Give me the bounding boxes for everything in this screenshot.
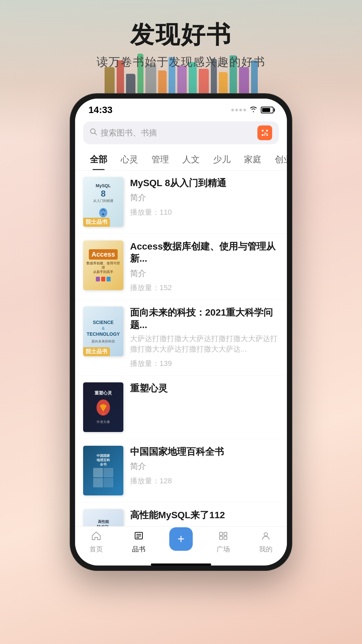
home-indicator bbox=[151, 564, 211, 566]
book-title: 中国国家地理百科全书 bbox=[130, 446, 279, 458]
plaza-icon bbox=[218, 531, 228, 543]
book-cover-access: Access 数据库创建、使用与管理从新手到高手 bbox=[83, 240, 123, 290]
nav-item-books[interactable]: 品书 bbox=[117, 531, 160, 554]
nav-label-books: 品书 bbox=[132, 545, 145, 554]
book-info: 中国国家地理百科全书 简介 播放量：128 bbox=[130, 446, 279, 486]
scan-button[interactable] bbox=[257, 125, 272, 140]
wifi-icon bbox=[249, 106, 257, 114]
book-desc: 简介 bbox=[130, 192, 279, 203]
nav-item-home[interactable]: 首页 bbox=[75, 531, 117, 554]
list-item[interactable]: MySQL 8 从入门到精通 院士品书 MySQL 8从入门到精通 简介 bbox=[75, 170, 287, 234]
svg-point-14 bbox=[102, 412, 105, 415]
nav-item-mine[interactable]: 我的 bbox=[245, 531, 287, 554]
nav-item-add[interactable]: + bbox=[160, 527, 202, 554]
book-plays: 播放量：139 bbox=[130, 359, 279, 369]
svg-rect-21 bbox=[220, 532, 223, 535]
nav-label-mine: 我的 bbox=[259, 545, 273, 554]
tab-mind[interactable]: 心灵 bbox=[114, 150, 145, 170]
nav-item-plaza[interactable]: 广场 bbox=[202, 531, 244, 554]
book-plays: 播放量：128 bbox=[130, 476, 279, 486]
bottom-nav: 首页 品书 + bbox=[75, 526, 287, 561]
book-info: 面向未来的科技：2021重大科学问题... 大萨达打撒打撒大大萨达打撒打撒大大萨… bbox=[130, 307, 279, 368]
svg-rect-2 bbox=[262, 130, 263, 131]
badge-yuanshi: 院士品书 bbox=[83, 218, 110, 227]
book-info: Access数据库创建、使用与管理从新... 简介 播放量：152 bbox=[130, 240, 279, 293]
tab-startup[interactable]: 创业 bbox=[268, 150, 287, 170]
book-desc: 简介 bbox=[130, 461, 279, 472]
svg-point-25 bbox=[264, 533, 267, 536]
book-info: 重塑心灵 bbox=[130, 382, 279, 394]
books-icon bbox=[134, 531, 144, 543]
svg-rect-24 bbox=[224, 536, 227, 539]
book-cover-science: SCIENCE & TECHNOLOGY 面向未来的科技 院士品书 bbox=[83, 307, 123, 356]
list-item[interactable]: 中国国家地理百科全书 中国国家地理百科全书 简介 播放量：128 bbox=[75, 439, 287, 502]
status-bar: 14:33 bbox=[75, 99, 287, 118]
svg-rect-22 bbox=[224, 532, 227, 535]
svg-point-12 bbox=[102, 213, 104, 215]
hero-title: 发现好书 bbox=[0, 20, 362, 49]
svg-line-1 bbox=[95, 133, 97, 135]
phone-mockup: 14:33 bbox=[70, 94, 292, 570]
book-title: 面向未来的科技：2021重大科学问题... bbox=[130, 307, 279, 331]
nav-label-plaza: 广场 bbox=[217, 545, 230, 554]
svg-rect-9 bbox=[266, 135, 268, 136]
book-title: 重塑心灵 bbox=[130, 382, 279, 394]
svg-rect-8 bbox=[266, 133, 268, 134]
svg-rect-23 bbox=[220, 536, 223, 539]
search-icon bbox=[90, 128, 97, 138]
nav-label-home: 首页 bbox=[89, 545, 103, 554]
phone-screen: 14:33 bbox=[75, 99, 287, 566]
svg-rect-6 bbox=[265, 132, 266, 133]
svg-rect-4 bbox=[262, 134, 263, 136]
tab-manage[interactable]: 管理 bbox=[145, 150, 176, 170]
book-cover-highperf: 高性能MySQL bbox=[83, 509, 123, 526]
search-placeholder: 搜索图书、书摘 bbox=[101, 127, 254, 138]
book-info: 高性能MySQL来了112 bbox=[130, 509, 279, 521]
battery-icon bbox=[261, 107, 274, 113]
badge-yuanshi-2: 院士品书 bbox=[83, 347, 110, 356]
search-container: 搜索图书、书摘 bbox=[75, 118, 287, 147]
book-info: MySQL 8从入门到精通 简介 播放量：110 bbox=[130, 177, 279, 217]
list-item[interactable]: Access 数据库创建、使用与管理从新手到高手 Access数据库创建、使用与… bbox=[75, 234, 287, 300]
book-desc: 简介 bbox=[130, 268, 279, 279]
book-cover-geo: 中国国家地理百科全书 bbox=[83, 446, 123, 495]
hero-section: 发现好书 读万卷书始于发现感兴趣的好书 bbox=[0, 0, 362, 70]
signal-icon bbox=[231, 109, 246, 111]
search-bar[interactable]: 搜索图书、书摘 bbox=[83, 121, 279, 144]
hero-subtitle: 读万卷书始于发现感兴趣的好书 bbox=[0, 54, 362, 70]
book-desc: 大萨达打撒打撒大大萨达打撒打撒大大萨达打撒打撒大大萨达打撒打撒大大萨达... bbox=[130, 334, 279, 355]
book-plays: 播放量：152 bbox=[130, 283, 279, 293]
tab-culture[interactable]: 人文 bbox=[176, 150, 206, 170]
book-list: MySQL 8 从入门到精通 院士品书 MySQL 8从入门到精通 简介 bbox=[75, 170, 287, 526]
svg-rect-3 bbox=[266, 130, 268, 131]
book-cover-soul: 重塑心灵 作者头像 bbox=[83, 382, 123, 432]
tab-children[interactable]: 少儿 bbox=[206, 150, 237, 170]
tab-all[interactable]: 全部 bbox=[83, 150, 114, 170]
book-title: 高性能MySQL来了112 bbox=[130, 509, 279, 521]
svg-rect-7 bbox=[265, 133, 266, 134]
category-tabs: 全部 心灵 管理 人文 少儿 家庭 创业 bbox=[75, 147, 287, 170]
status-time: 14:33 bbox=[88, 105, 113, 115]
tab-family[interactable]: 家庭 bbox=[237, 150, 268, 170]
svg-rect-5 bbox=[264, 132, 265, 133]
book-title: MySQL 8从入门到精通 bbox=[130, 177, 279, 189]
add-button[interactable]: + bbox=[169, 527, 193, 551]
plus-icon: + bbox=[178, 532, 185, 546]
mine-icon bbox=[261, 531, 271, 543]
svg-rect-10 bbox=[264, 133, 265, 136]
status-icons bbox=[231, 106, 274, 114]
home-icon bbox=[91, 531, 101, 543]
book-cover-mysql: MySQL 8 从入门到精通 院士品书 bbox=[83, 177, 123, 227]
book-title: Access数据库创建、使用与管理从新... bbox=[130, 240, 279, 265]
list-item[interactable]: 重塑心灵 作者头像 重塑心灵 bbox=[75, 376, 287, 439]
book-plays: 播放量：110 bbox=[130, 207, 279, 217]
list-item[interactable]: 高性能MySQL 高性能MySQL来了112 bbox=[75, 502, 287, 526]
list-item[interactable]: SCIENCE & TECHNOLOGY 面向未来的科技 院士品书 面向未来的科… bbox=[75, 300, 287, 375]
